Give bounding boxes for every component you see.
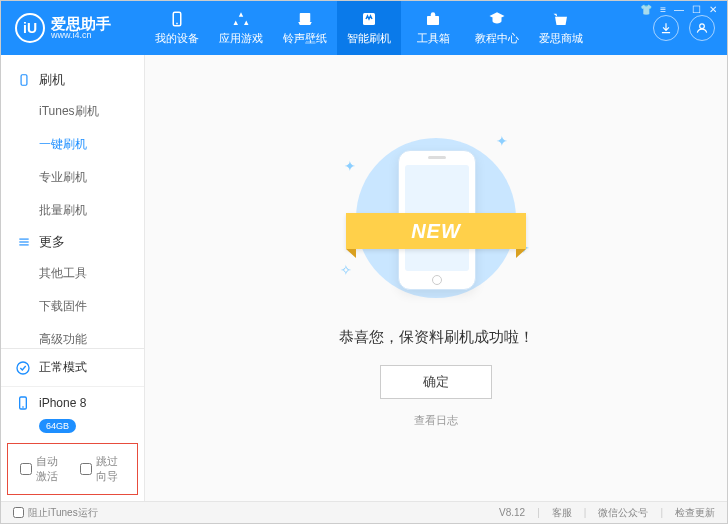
- footer-link-update[interactable]: 检查更新: [675, 506, 715, 520]
- main-nav: 我的设备 应用游戏 铃声壁纸 智能刷机 工具箱 教程中心 爱思商城: [145, 1, 593, 55]
- sidebar-item-firmware[interactable]: 下载固件: [1, 290, 144, 323]
- nav-label: 应用游戏: [219, 31, 263, 46]
- sidebar-item-batch[interactable]: 批量刷机: [1, 194, 144, 227]
- nav-flash[interactable]: 智能刷机: [337, 1, 401, 55]
- nav-mall[interactable]: 爱思商城: [529, 1, 593, 55]
- nav-apps[interactable]: 应用游戏: [209, 1, 273, 55]
- header-right: [653, 1, 715, 55]
- version-label: V8.12: [499, 507, 525, 518]
- sidebar-group-more: 更多: [1, 227, 144, 257]
- sidebar-item-pro[interactable]: 专业刷机: [1, 161, 144, 194]
- sidebar-group-label: 刷机: [39, 71, 65, 89]
- sparkle-icon: ✦: [344, 158, 356, 174]
- sidebar-group-flash: 刷机: [1, 65, 144, 95]
- new-ribbon: NEW: [346, 213, 526, 253]
- mode-label: 正常模式: [39, 359, 87, 376]
- sparkle-icon: ✦: [496, 133, 508, 149]
- download-button[interactable]: [653, 15, 679, 41]
- svg-rect-4: [427, 16, 439, 25]
- sidebar-item-oneclick[interactable]: 一键刷机: [1, 128, 144, 161]
- block-itunes-checkbox[interactable]: 阻止iTunes运行: [13, 506, 98, 520]
- logo-icon: iU: [15, 13, 45, 43]
- sidebar-group-label: 更多: [39, 233, 65, 251]
- sparkle-icon: ✧: [340, 262, 352, 278]
- nav-label: 铃声壁纸: [283, 31, 327, 46]
- auto-activate-checkbox[interactable]: 自动激活: [20, 454, 66, 484]
- sidebar-bottom: 正常模式 iPhone 8 64GB 自动激活 跳过向导: [1, 348, 144, 501]
- sidebar: 刷机 iTunes刷机 一键刷机 专业刷机 批量刷机 更多 其他工具 下载固件 …: [1, 55, 145, 501]
- app-title: 爱思助手: [51, 16, 111, 31]
- app-header: 👕 ≡ ― ☐ ✕ iU 爱思助手 www.i4.cn 我的设备 应用游戏 铃声…: [1, 1, 727, 55]
- status-bar: 阻止iTunes运行 V8.12 | 客服 | 微信公众号 | 检查更新: [1, 501, 727, 523]
- nav-tools[interactable]: 工具箱: [401, 1, 465, 55]
- ok-button[interactable]: 确定: [380, 365, 492, 399]
- nav-label: 工具箱: [417, 31, 450, 46]
- svg-point-5: [700, 24, 705, 29]
- device-storage-tag: 64GB: [39, 419, 76, 433]
- nav-tutorial[interactable]: 教程中心: [465, 1, 529, 55]
- nav-ringtone[interactable]: 铃声壁纸: [273, 1, 337, 55]
- ringtone-icon: [296, 10, 314, 28]
- tutorial-icon: [488, 10, 506, 28]
- svg-rect-6: [21, 75, 27, 86]
- mall-icon: [552, 10, 570, 28]
- nav-label: 我的设备: [155, 31, 199, 46]
- skip-wizard-checkbox[interactable]: 跳过向导: [80, 454, 126, 484]
- device-name: iPhone 8: [39, 396, 86, 410]
- user-button[interactable]: [689, 15, 715, 41]
- nav-label: 智能刷机: [347, 31, 391, 46]
- shirt-icon[interactable]: 👕: [640, 4, 652, 15]
- device-row[interactable]: iPhone 8: [1, 387, 144, 419]
- success-message: 恭喜您，保资料刷机成功啦！: [339, 328, 534, 347]
- nav-label: 教程中心: [475, 31, 519, 46]
- success-illustration: ✦ ✦ ✧ ✦ NEW: [336, 128, 536, 308]
- checkbox-label: 自动激活: [36, 454, 66, 484]
- flash-icon: [360, 10, 378, 28]
- svg-rect-2: [300, 13, 311, 22]
- toolbox-icon: [424, 10, 442, 28]
- ribbon-text: NEW: [346, 213, 526, 249]
- sidebar-item-advanced[interactable]: 高级功能: [1, 323, 144, 348]
- nav-my-device[interactable]: 我的设备: [145, 1, 209, 55]
- apps-icon: [232, 10, 250, 28]
- nav-label: 爱思商城: [539, 31, 583, 46]
- logo-area: iU 爱思助手 www.i4.cn: [1, 13, 145, 43]
- view-log-link[interactable]: 查看日志: [414, 413, 458, 428]
- checkbox-label: 阻止iTunes运行: [28, 506, 98, 520]
- footer-link-support[interactable]: 客服: [552, 506, 572, 520]
- mode-row[interactable]: 正常模式: [1, 349, 144, 387]
- footer-link-wechat[interactable]: 微信公众号: [598, 506, 648, 520]
- activation-options: 自动激活 跳过向导: [7, 443, 138, 495]
- device-icon: [168, 10, 186, 28]
- sidebar-item-itunes[interactable]: iTunes刷机: [1, 95, 144, 128]
- checkbox-label: 跳过向导: [96, 454, 126, 484]
- main-content: ✦ ✦ ✧ ✦ NEW 恭喜您，保资料刷机成功啦！ 确定 查看日志: [145, 55, 727, 501]
- svg-point-10: [17, 362, 29, 374]
- app-subtitle: www.i4.cn: [51, 31, 111, 40]
- sidebar-item-other[interactable]: 其他工具: [1, 257, 144, 290]
